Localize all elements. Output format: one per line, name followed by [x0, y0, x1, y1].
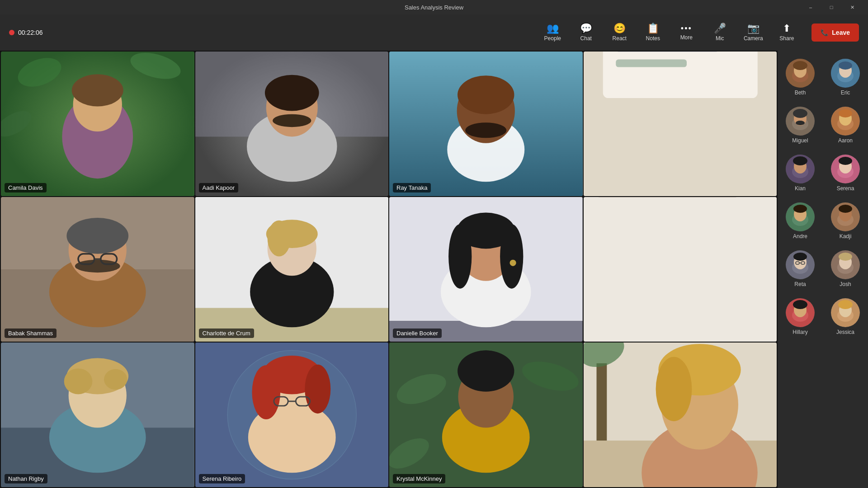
- desk-person-bg: [584, 343, 777, 487]
- svg-point-11: [264, 75, 319, 111]
- leave-label: Leave: [832, 29, 850, 36]
- svg-point-60: [64, 368, 93, 394]
- video-tile-camila[interactable]: Camila Davis: [1, 52, 194, 196]
- aadi-video-bg: [195, 52, 389, 196]
- svg-point-122: [839, 205, 852, 213]
- recording-indicator: [9, 30, 14, 35]
- share-label: Share: [779, 35, 794, 42]
- sidebar-item-beth[interactable]: Beth: [782, 56, 818, 99]
- svg-point-100: [793, 109, 807, 118]
- avatar-kadji: [831, 202, 860, 231]
- video-tile-danielle[interactable]: Danielle Booker: [389, 197, 583, 342]
- svg-point-47: [509, 260, 516, 266]
- react-button[interactable]: 😊 React: [604, 17, 635, 48]
- minimize-button[interactable]: –: [800, 0, 821, 14]
- svg-point-69: [305, 365, 330, 413]
- video-tile-aadi[interactable]: Aadi Kapoor: [195, 52, 389, 196]
- svg-point-39: [267, 221, 290, 257]
- leave-phone-icon: 📞: [821, 29, 828, 36]
- camera-label: Camera: [744, 35, 763, 42]
- sidebar-item-josh[interactable]: Josh: [827, 248, 863, 290]
- sidebar-name-jessica: Jessica: [836, 329, 854, 335]
- sidebar-row-5: Reta Josh: [778, 246, 868, 292]
- sidebar-name-hillary: Hillary: [793, 329, 807, 335]
- video-tile-sidebar-mid[interactable]: Upcoming Goals: [584, 197, 777, 342]
- people-button[interactable]: 👥 People: [537, 17, 568, 48]
- name-tag-charlotte: Charlotte de Crum: [199, 328, 254, 338]
- video-tile-babak[interactable]: Babak Shammas: [1, 197, 194, 342]
- name-tag-camila: Camila Davis: [5, 183, 47, 192]
- name-tag-nathan: Nathan Rigby: [5, 474, 47, 483]
- svg-point-118: [793, 205, 807, 213]
- video-tile-serena[interactable]: Serena Ribeiro: [195, 343, 389, 487]
- svg-point-29: [75, 260, 120, 273]
- svg-point-28: [66, 218, 128, 254]
- svg-point-61: [104, 369, 127, 390]
- share-button[interactable]: ⬆ Share: [771, 17, 802, 48]
- svg-point-6: [72, 74, 123, 106]
- sidebar-item-hillary[interactable]: Hillary: [782, 296, 818, 338]
- main-content: Camila Davis: [0, 51, 868, 488]
- camila-video-bg: [1, 52, 194, 196]
- participants-sidebar: Beth Eric: [778, 51, 868, 488]
- sidebar-item-serena[interactable]: Serena: [827, 152, 863, 194]
- sidebar-row-4: Andre Kadji: [778, 198, 868, 244]
- share-icon: ⬆: [783, 23, 791, 33]
- chat-button[interactable]: 💬 Chat: [570, 17, 602, 48]
- svg-point-96: [839, 61, 852, 70]
- camera-button[interactable]: 📷 Camera: [737, 17, 769, 48]
- video-tile-sidebar-top[interactable]: [584, 52, 777, 196]
- sidebar-item-reta[interactable]: Reta: [782, 248, 818, 290]
- svg-point-114: [839, 157, 852, 165]
- video-tile-krystal[interactable]: Krystal McKinney: [389, 343, 583, 487]
- sidebar-name-eric: Eric: [841, 89, 850, 96]
- avatar-beth: [786, 59, 815, 88]
- people-label: People: [544, 35, 561, 42]
- video-grid: Camila Davis: [0, 51, 778, 488]
- sidebar-name-serena: Serena: [837, 185, 854, 192]
- people-icon: 👥: [547, 23, 559, 33]
- sidebar-item-eric[interactable]: Eric: [827, 56, 863, 99]
- sidebar-item-kadji[interactable]: Kadji: [827, 200, 863, 242]
- react-icon: 😊: [613, 23, 626, 33]
- sidebar-item-aaron[interactable]: Aaron: [827, 104, 863, 146]
- sidebar-item-jessica[interactable]: Jessica: [827, 296, 863, 338]
- more-button[interactable]: ••• More: [670, 17, 702, 48]
- notes-button[interactable]: 📋 Notes: [637, 17, 669, 48]
- notes-icon: 📋: [647, 23, 659, 33]
- mic-button[interactable]: 🎤 Mic: [704, 17, 736, 48]
- svg-point-105: [839, 109, 852, 117]
- leave-button[interactable]: 📞 Leave: [811, 23, 859, 42]
- sidebar-row-6: Hillary Jessica: [778, 294, 868, 340]
- svg-point-12: [273, 114, 311, 127]
- svg-point-45: [448, 224, 472, 289]
- video-tile-charlotte[interactable]: Charlotte de Crum: [195, 197, 389, 342]
- name-tag-serena: Serena Ribeiro: [199, 474, 245, 483]
- danielle-video-bg: [389, 197, 583, 342]
- nathan-video-bg: [1, 343, 194, 487]
- video-tile-nathan[interactable]: Nathan Rigby: [1, 343, 194, 487]
- name-tag-ray: Ray Tanaka: [393, 183, 431, 192]
- sidebar-name-beth: Beth: [795, 89, 806, 96]
- close-button[interactable]: ✕: [842, 0, 863, 14]
- sidebar-name-aaron: Aaron: [838, 137, 853, 144]
- video-tile-desk-person[interactable]: [584, 343, 777, 487]
- sidebar-name-josh: Josh: [840, 281, 851, 287]
- babak-video-bg: [1, 197, 194, 342]
- sidebar-item-kian[interactable]: Kian: [782, 152, 818, 194]
- react-label: React: [613, 35, 627, 42]
- sidebar-name-kadji: Kadji: [840, 233, 852, 239]
- sidebar-item-andre[interactable]: Andre: [782, 200, 818, 242]
- chat-label: Chat: [580, 35, 592, 42]
- avatar-kian: [786, 155, 815, 183]
- mic-label: Mic: [716, 35, 724, 42]
- svg-point-101: [796, 121, 805, 125]
- video-tile-ray[interactable]: Ray Tanaka: [389, 52, 583, 196]
- sidebar-item-miguel[interactable]: Miguel: [782, 104, 818, 146]
- avatar-jessica: [831, 298, 860, 327]
- svg-point-17: [465, 122, 506, 138]
- maximize-button[interactable]: □: [821, 0, 842, 14]
- toolbar: 00:22:06 👥 People 💬 Chat 😊 React 📋 Notes…: [0, 14, 868, 51]
- ray-video-bg: [389, 52, 583, 196]
- svg-rect-48: [584, 197, 777, 342]
